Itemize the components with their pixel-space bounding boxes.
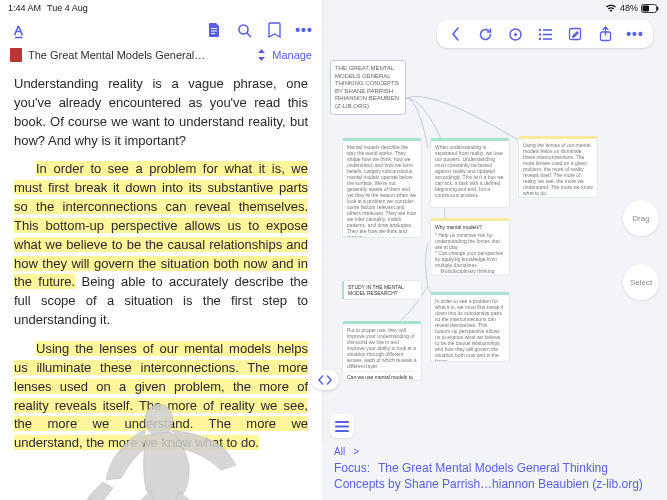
status-time: 1:44 AM [8, 3, 41, 13]
manage-link[interactable]: Manage [272, 49, 312, 61]
svg-rect-4 [211, 31, 217, 32]
svg-rect-14 [543, 33, 552, 35]
breadcrumb-all[interactable]: All [334, 446, 345, 457]
svg-rect-5 [211, 33, 215, 34]
bottom-bar: All > Focus:The Great Mental Models Gene… [322, 442, 667, 500]
note-card[interactable]: Using the lenses of our mental models he… [518, 136, 598, 198]
more-icon[interactable]: ••• [627, 26, 643, 42]
svg-point-15 [538, 37, 540, 39]
edit-icon[interactable] [567, 26, 583, 42]
svg-point-13 [538, 33, 540, 35]
side-controls: Drag Select [623, 200, 659, 300]
battery-pct: 48% [620, 3, 638, 13]
status-date: Tue 4 Aug [47, 3, 88, 13]
reader-pane: A̲ ••• The Great Mental Models General… … [0, 0, 322, 500]
status-bar: 1:44 AM Tue 4 Aug 48% [0, 0, 667, 16]
svg-rect-12 [543, 29, 552, 31]
sculpture-image [61, 380, 261, 500]
note-card[interactable]: Why mental models? * Help us minimise ri… [430, 218, 510, 276]
document-icon[interactable] [206, 22, 222, 38]
chevron-right-icon[interactable] [326, 375, 333, 385]
book-cover-icon [10, 48, 22, 62]
reader-content[interactable]: Understanding reality is a vague phrase,… [0, 70, 322, 500]
app-header: A̲ ••• [0, 16, 322, 44]
map-root-node[interactable]: THE GREAT MENTAL MODELS GENERAL THINKING… [330, 60, 406, 115]
pane-nav-pill[interactable] [311, 370, 339, 390]
svg-rect-20 [335, 425, 349, 427]
mindmap-pane: ••• THE GREAT MENTAL MODELS GENERAL THIN… [322, 0, 667, 500]
battery-icon [641, 4, 659, 13]
focus-label: Focus: [334, 461, 370, 475]
highlight[interactable]: In order to see a problem for what it is… [14, 161, 308, 289]
paragraph: Understanding reality is a vague phrase,… [14, 75, 308, 150]
back-icon[interactable] [447, 26, 463, 42]
breadcrumb[interactable]: All > [334, 446, 655, 457]
svg-rect-2 [657, 6, 658, 10]
note-card[interactable]: Mental models describe the way the world… [342, 138, 422, 238]
refresh-icon[interactable] [477, 26, 493, 42]
note-card[interactable]: When understanding is separated from rea… [430, 138, 510, 208]
focus-title: The Great Mental Models General Thinking… [334, 461, 643, 491]
bookmark-icon[interactable] [266, 22, 282, 38]
svg-rect-21 [335, 430, 349, 432]
select-button[interactable]: Select [623, 264, 659, 300]
note-card[interactable]: In order to see a problem for what it is… [430, 292, 510, 362]
drag-button[interactable]: Drag [623, 200, 659, 236]
focus-line[interactable]: Focus:The Great Mental Models General Th… [334, 460, 655, 492]
book-bar: The Great Mental Models General… Manage [0, 44, 322, 70]
svg-rect-3 [211, 28, 217, 29]
chevron-left-icon[interactable] [317, 375, 324, 385]
svg-rect-19 [335, 421, 349, 423]
svg-rect-16 [543, 38, 552, 40]
target-icon[interactable] [507, 26, 523, 42]
more-icon[interactable]: ••• [296, 22, 312, 38]
right-toolbar: ••• [437, 20, 653, 48]
font-icon[interactable]: A̲ [10, 22, 26, 38]
share-icon[interactable] [597, 26, 613, 42]
wifi-icon [605, 4, 617, 13]
svg-line-7 [247, 33, 251, 37]
note-card[interactable]: Put to proper use, they will improve you… [342, 321, 422, 381]
search-icon[interactable] [236, 22, 252, 38]
book-title[interactable]: The Great Mental Models General… [28, 49, 251, 61]
svg-point-11 [538, 28, 540, 30]
note-card[interactable]: STUDY IN THE MENTAL MODEL RESEARCH? [342, 280, 422, 300]
mindmap-canvas[interactable]: THE GREAT MENTAL MODELS GENERAL THINKING… [328, 58, 647, 440]
svg-point-10 [514, 33, 517, 36]
svg-point-8 [145, 404, 173, 436]
svg-rect-1 [643, 5, 650, 11]
chevron-right-icon: > [353, 446, 359, 457]
updown-icon[interactable] [257, 49, 266, 61]
paragraph: In order to see a problem for what it is… [14, 160, 308, 330]
hamburger-icon[interactable] [330, 414, 354, 438]
list-icon[interactable] [537, 26, 553, 42]
